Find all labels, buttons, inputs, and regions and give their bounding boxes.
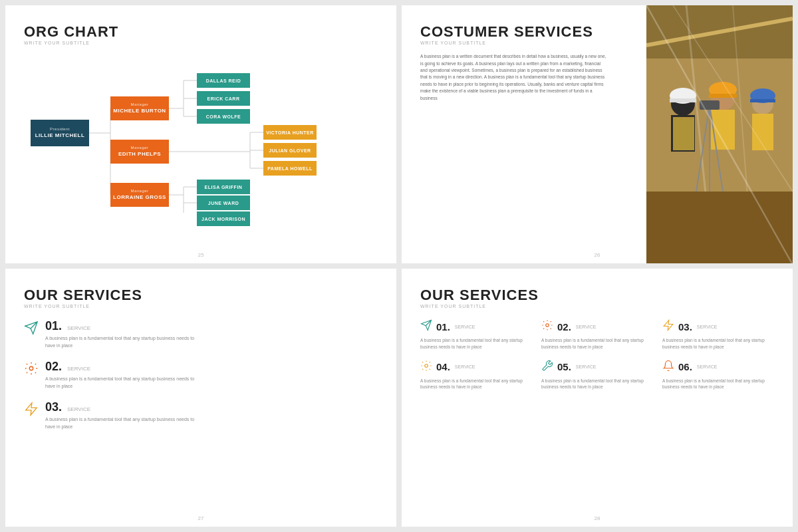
slide3-subtitle: WRITE YOUR SUBTITLE [24,304,380,309]
svg-point-48 [546,324,549,327]
service-grid-header-6: 06. SERVICE [662,360,777,374]
victoria-hunter-box: VICTORIA HUNTER [263,125,317,140]
manager1-name: MICHELE BURTON [113,108,166,114]
service3-label: SERVICE [67,406,90,412]
service2-icon [24,361,39,378]
service-grid-desc-6: A business plan is a fundamental tool th… [662,378,775,391]
service-item-2: 02. SERVICE A business plan is a fundame… [24,360,380,390]
jack-morrison-box: JACK MORRISON [197,211,250,226]
construction-scene-svg [646,5,793,263]
slide2-left: COSTUMER SERVICES WRITE YOUR SUBTITLE A … [402,5,646,263]
slide4-title: OUR SERVICES [420,287,777,303]
service-grid-icon-5 [541,360,553,374]
svg-point-50 [425,364,428,367]
service-grid-item-5: 05. SERVICE A business plan is a fundame… [541,360,656,391]
svg-rect-33 [711,110,735,150]
service-grid-header-2: 02. SERVICE [541,319,656,334]
service-grid-item-1: 01. SERVICE A business plan is a fundame… [420,319,535,350]
slide1-title: ORG CHART [24,24,383,40]
manager2-box: Manager EDITH PHELPS [110,140,169,164]
slide2-title: COSTUMER SERVICES [420,24,633,40]
service-grid-label-6: SERVICE [697,364,718,369]
service-grid-num-3: 03. [678,321,692,332]
slide1-subtitle: WRITE YOUR SUBTITLE [24,41,383,45]
june-ward-box: JUNE WARD [197,196,250,210]
service-grid-label-5: SERVICE [576,364,597,369]
service3-number: 03. [45,400,62,414]
service-grid-num-2: 02. [557,321,571,332]
elisa-griffin-box: ELISA GRIFFIN [197,180,250,194]
slide-our-services-6: OUR SERVICES WRITE YOUR SUBTITLE 01. SER… [402,269,793,527]
erick-carr-box: ERICK CARR [197,91,250,106]
manager1-box: Manager MICHELE BURTON [110,96,169,120]
service-grid-item-6: 06. SERVICE A business plan is a fundame… [662,360,777,391]
manager3-box: Manager LORRAINE GROSS [110,183,169,207]
pamela-howell-box: PAMELA HOWELL [263,161,317,176]
service2-number: 02. [45,360,62,374]
service2-content: 02. SERVICE A business plan is a fundame… [45,360,205,390]
service-grid-label-1: SERVICE [455,325,475,329]
service-grid-icon-2 [541,319,553,334]
president-name: LILLIE MITCHELL [35,132,85,139]
service-grid-item-2: 02. SERVICE A business plan is a fundame… [541,319,656,350]
service1-content: 01. SERVICE A business plan is a fundame… [45,319,205,349]
service-item-1: 01. SERVICE A business plan is a fundame… [24,319,380,349]
service-grid-label-2: SERVICE [576,325,597,329]
cora-wolfe-box: CORA WOLFE [197,109,250,124]
service-grid-desc-3: A business plan is a fundamental tool th… [662,337,775,350]
service3-desc: A business plan is a fundamental tool th… [45,416,205,430]
service-grid-num-1: 01. [436,321,450,332]
service1-number: 01. [45,319,62,333]
service3-content: 03. SERVICE A business plan is a fundame… [45,400,205,430]
service1-desc: A business plan is a fundamental tool th… [45,335,205,349]
service-grid-desc-1: A business plan is a fundamental tool th… [420,337,533,350]
svg-rect-39 [750,99,775,102]
org-chart-area: President LILLIE MITCHELL Manager MICHEL… [24,53,383,213]
slide-costumer-services: COSTUMER SERVICES WRITE YOUR SUBTITLE A … [402,5,793,263]
manager1-label: Manager [130,102,148,108]
svg-marker-47 [26,403,37,415]
service1-label: SERVICE [67,325,90,331]
julian-glover-box: JULIAN GLOVER [263,143,317,158]
service-grid-icon-6 [662,360,674,374]
slide2-body: A business plan is a written document th… [420,53,606,102]
service-item-3: 03. SERVICE A business plan is a fundame… [24,400,380,430]
slide3-page: 27 [198,515,204,521]
service3-icon [24,402,39,418]
slide2-page: 26 [595,252,600,258]
slide1-page: 25 [198,252,204,258]
manager2-name: EDITH PHELPS [118,151,161,158]
service-grid-header-3: 03. SERVICE [662,319,777,334]
manager2-label: Manager [130,146,148,151]
service-grid-icon-4 [420,360,432,374]
service-grid-num-4: 04. [436,361,450,372]
service-grid-label-3: SERVICE [697,325,718,329]
president-label: President [50,127,70,132]
service-grid-label-4: SERVICE [455,364,475,369]
manager3-label: Manager [130,189,148,194]
svg-rect-35 [709,94,737,98]
slide3-title: OUR SERVICES [24,287,380,303]
service-grid-desc-4: A business plan is a fundamental tool th… [420,378,533,391]
manager3-name: LORRAINE GROSS [113,194,166,201]
service-grid-num-5: 05. [557,361,571,372]
dallas-reid-box: DALLAS REID [197,73,250,88]
svg-rect-31 [670,98,696,102]
service-grid-header-1: 01. SERVICE [420,319,535,334]
service1-icon [24,321,39,337]
slide-org-chart: ORG CHART WRITE YOUR SUBTITLE [5,5,396,263]
slide-our-services-3: OUR SERVICES WRITE YOUR SUBTITLE 01. SER… [5,269,396,527]
service-grid-desc-2: A business plan is a fundamental tool th… [541,337,654,350]
president-box: President LILLIE MITCHELL [31,120,89,146]
svg-point-46 [29,366,33,370]
services-list-3: 01. SERVICE A business plan is a fundame… [24,319,380,430]
services-grid-6: 01. SERVICE A business plan is a fundame… [420,319,777,390]
service-grid-header-5: 05. SERVICE [541,360,656,374]
service-grid-num-6: 06. [678,361,692,372]
service-grid-icon-1 [420,319,432,334]
service-grid-item-4: 04. SERVICE A business plan is a fundame… [420,360,535,391]
service2-desc: A business plan is a fundamental tool th… [45,376,205,390]
slide4-subtitle: WRITE YOUR SUBTITLE [420,304,777,309]
service-grid-icon-3 [662,319,674,334]
service-grid-desc-5: A business plan is a fundamental tool th… [541,378,654,391]
